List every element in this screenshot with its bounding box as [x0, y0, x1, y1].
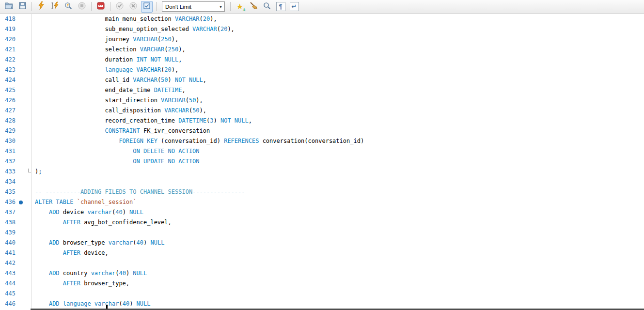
fold-margin	[26, 95, 32, 106]
code-text	[32, 177, 35, 187]
code-line-433[interactable]: 433);	[0, 167, 644, 177]
code-line-428[interactable]: 428 record_creation_time DATETIME(3) NOT…	[0, 116, 644, 126]
toolbar-separator	[31, 2, 32, 11]
line-number: 440	[0, 238, 16, 248]
marker-margin	[16, 55, 26, 65]
beautify-sql-button[interactable]	[248, 1, 259, 13]
fold-margin	[26, 167, 32, 177]
code-line-445[interactable]: 445	[0, 289, 644, 299]
line-number: 426	[0, 95, 16, 106]
line-number: 443	[0, 268, 16, 279]
code-line-434[interactable]: 434	[0, 177, 644, 187]
code-text: -- ----------ADDING FILEDS TO CHANNEL SE…	[32, 187, 245, 197]
code-line-431[interactable]: 431 ON DELETE NO ACTION	[0, 146, 644, 156]
code-line-440[interactable]: 440 ADD browser_type varchar(40) NULL	[0, 238, 644, 248]
fold-margin	[26, 177, 32, 187]
code-line-436[interactable]: 436ALTER TABLE `channel_session`	[0, 197, 644, 207]
save-script-button[interactable]	[16, 1, 28, 13]
code-line-421[interactable]: 421 selection VARCHAR(250),	[0, 45, 644, 55]
marker-margin	[16, 14, 26, 24]
toolbar-separator	[230, 2, 231, 11]
code-line-439[interactable]: 439	[0, 228, 644, 238]
code-line-441[interactable]: 441 AFTER device,	[0, 248, 644, 258]
fold-margin	[26, 279, 32, 289]
code-text: );	[32, 167, 42, 177]
chevron-down-icon: ▾	[217, 4, 224, 9]
marker-margin	[16, 248, 26, 258]
code-lines: 418 main_menu_selection VARCHAR(20),419 …	[0, 14, 644, 310]
rollback-button[interactable]	[127, 1, 139, 13]
line-number: 428	[0, 116, 16, 126]
toggle-autocommit-button[interactable]	[141, 1, 153, 13]
code-line-437[interactable]: 437 ADD device varchar(40) NULL	[0, 207, 644, 217]
code-line-423[interactable]: 423 language VARCHAR(20),	[0, 65, 644, 75]
execute-script-button[interactable]	[35, 1, 47, 13]
code-text: FOREIGN KEY (conversation_id) REFERENCES…	[32, 136, 364, 146]
execute-lightning-icon	[38, 1, 45, 12]
stop-execution-button[interactable]	[76, 1, 88, 13]
toggle-invisibles-button[interactable]: ¶	[275, 1, 286, 13]
fold-margin	[26, 126, 32, 136]
fold-margin	[26, 299, 32, 309]
code-line-420[interactable]: 420 journey VARCHAR(250),	[0, 34, 644, 45]
marker-margin	[16, 95, 26, 106]
code-line-435[interactable]: 435-- ----------ADDING FILEDS TO CHANNEL…	[0, 187, 644, 197]
search-icon	[263, 2, 271, 12]
commit-button[interactable]	[114, 1, 126, 13]
code-line-419[interactable]: 419 sub_menu_option_selected VARCHAR(20)…	[0, 24, 644, 34]
snippet-star-plus-icon: ★ +	[236, 2, 244, 11]
code-line-443[interactable]: 443 ADD country varchar(40) NULL	[0, 268, 644, 279]
code-line-426[interactable]: 426 start_direction VARCHAR(50),	[0, 95, 644, 106]
toggle-word-wrap-button[interactable]: ↵	[288, 1, 300, 13]
statement-marker-icon	[19, 201, 23, 204]
fold-margin	[26, 55, 32, 65]
open-script-button[interactable]	[3, 1, 15, 13]
fold-margin	[26, 85, 32, 95]
find-button[interactable]	[261, 1, 273, 13]
code-line-432[interactable]: 432 ON UPDATE NO ACTION	[0, 156, 644, 167]
line-number: 434	[0, 177, 16, 187]
marker-margin	[16, 24, 26, 34]
code-line-446[interactable]: 446 ADD language varchar(40) NULL	[0, 299, 644, 309]
marker-margin	[16, 217, 26, 228]
marker-margin	[16, 177, 26, 187]
code-text: AFTER device,	[32, 248, 109, 258]
fold-margin	[26, 106, 32, 116]
fold-margin	[26, 34, 32, 45]
code-line-430[interactable]: 430 FOREIGN KEY (conversation_id) REFERE…	[0, 136, 644, 146]
code-text: call_disposition VARCHAR(50),	[32, 106, 206, 116]
code-line-442[interactable]: 442	[0, 258, 644, 268]
sql-code-editor[interactable]: 418 main_menu_selection VARCHAR(20),419 …	[0, 14, 644, 310]
line-number: 446	[0, 299, 16, 309]
code-line-444[interactable]: 444 AFTER browser_type,	[0, 279, 644, 289]
execute-current-statement-button[interactable]	[49, 1, 61, 13]
limit-rows-dropdown[interactable]: Don't Limit ▾	[162, 1, 225, 12]
fold-margin	[26, 268, 32, 279]
toggle-stop-on-error-button[interactable]	[95, 1, 107, 13]
save-snippet-button[interactable]: ★ +	[234, 1, 246, 13]
code-text: ALTER TABLE `channel_session`	[32, 197, 137, 207]
code-text: journey VARCHAR(250),	[32, 34, 178, 45]
line-number: 429	[0, 126, 16, 136]
code-line-427[interactable]: 427 call_disposition VARCHAR(50),	[0, 106, 644, 116]
fold-margin	[26, 136, 32, 146]
code-line-438[interactable]: 438 AFTER avg_bot_confidence_level,	[0, 217, 644, 228]
code-line-425[interactable]: 425 end_date_time DATETIME,	[0, 85, 644, 95]
marker-margin	[16, 126, 26, 136]
code-line-424[interactable]: 424 call_id VARCHAR(50) NOT NULL,	[0, 75, 644, 85]
fold-margin	[26, 45, 32, 55]
code-line-422[interactable]: 422 duration INT NOT NULL,	[0, 55, 644, 65]
line-number: 431	[0, 146, 16, 156]
explain-magnifier-lightning-icon	[64, 2, 72, 12]
line-number: 427	[0, 106, 16, 116]
marker-margin	[16, 197, 26, 207]
code-line-429[interactable]: 429 CONSTRAINT FK_ivr_conversation	[0, 126, 644, 136]
code-line-418[interactable]: 418 main_menu_selection VARCHAR(20),	[0, 14, 644, 24]
marker-margin	[16, 238, 26, 248]
explain-plan-button[interactable]	[63, 1, 74, 13]
line-number: 425	[0, 85, 16, 95]
code-text: end_date_time DATETIME,	[32, 85, 186, 95]
line-number: 419	[0, 24, 16, 34]
marker-margin	[16, 167, 26, 177]
line-number: 422	[0, 55, 16, 65]
